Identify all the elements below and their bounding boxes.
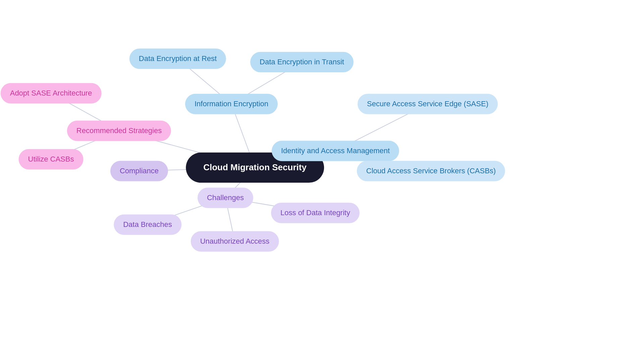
svg-line-2 bbox=[231, 62, 302, 104]
svg-line-9 bbox=[139, 168, 255, 171]
svg-line-11 bbox=[148, 198, 225, 225]
svg-line-13 bbox=[225, 198, 235, 241]
svg-line-4 bbox=[335, 104, 428, 151]
svg-line-12 bbox=[225, 198, 315, 213]
svg-line-1 bbox=[178, 59, 231, 104]
mind-map-canvas bbox=[0, 0, 644, 363]
svg-line-10 bbox=[225, 168, 255, 198]
svg-line-3 bbox=[255, 151, 335, 168]
svg-line-8 bbox=[51, 131, 119, 159]
svg-line-0 bbox=[231, 104, 255, 168]
svg-line-7 bbox=[51, 93, 119, 131]
svg-line-5 bbox=[335, 151, 431, 171]
svg-line-6 bbox=[119, 131, 255, 168]
